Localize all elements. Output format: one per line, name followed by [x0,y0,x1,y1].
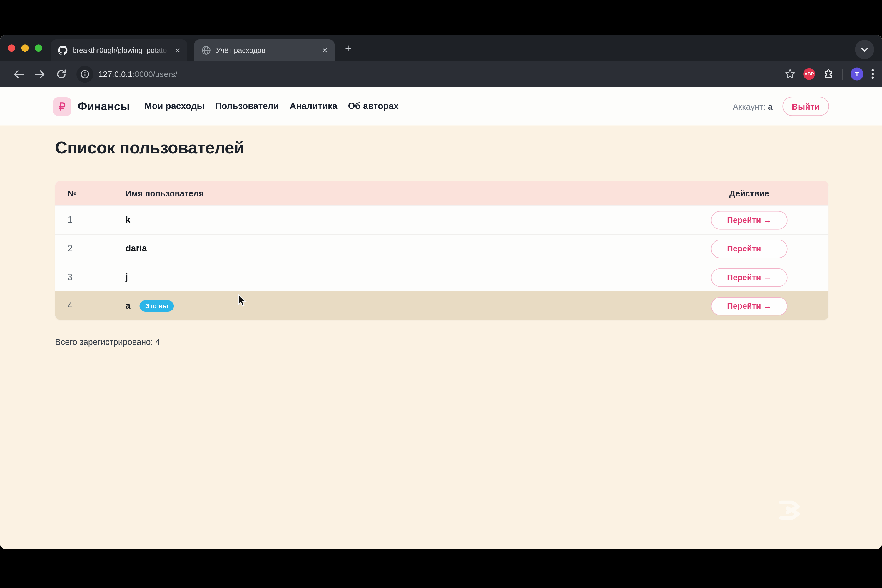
tab-strip: breakthr0ugh/glowing_potato ✕ Учёт расхо… [0,35,882,61]
user-name: daria [126,243,670,254]
page-title: Список пользователей [55,138,829,158]
close-tab-icon[interactable]: ✕ [322,46,328,54]
extensions-puzzle-icon[interactable] [823,68,834,80]
forward-icon[interactable] [29,69,51,79]
go-to-user-button[interactable]: Перейти → [711,211,788,230]
close-tab-icon[interactable]: ✕ [174,46,180,54]
toolbar-right: ABP T [784,68,874,81]
bookmark-star-icon[interactable] [784,69,795,79]
toolbar-divider [842,68,843,80]
new-tab-button[interactable]: + [341,43,355,53]
site-info-icon[interactable] [76,66,93,82]
browser-toolbar: 127.0.0.1:8000/users/ ABP T [0,61,882,87]
user-number: 3 [55,272,126,282]
window-controls [8,44,42,52]
main-nav: Мои расходы Пользователи Аналитика Об ав… [144,101,399,111]
url-path: :8000/users/ [133,69,178,78]
go-to-user-button[interactable]: Перейти → [711,297,788,315]
user-number: 1 [55,215,126,225]
url-host: 127.0.0.1 [99,69,133,78]
ruble-logo-icon[interactable]: ₽ [53,97,72,116]
screen: breakthr0ugh/glowing_potato ✕ Учёт расхо… [0,0,882,588]
url-text[interactable]: 127.0.0.1:8000/users/ [99,69,177,78]
column-header-action: Действие [670,188,829,198]
back-icon[interactable] [8,69,29,79]
user-name-cell: a Это вы [126,300,670,312]
go-to-user-button[interactable]: Перейти → [711,268,788,286]
tab-title: Учёт расходов [216,46,317,54]
table-row: 1 k Перейти → [55,205,829,234]
tab-search-button[interactable] [855,40,874,59]
mouse-cursor [237,294,250,310]
address-bar[interactable]: 127.0.0.1:8000/users/ [76,66,177,82]
column-header-username: Имя пользователя [126,188,670,198]
table-row: 2 daria Перейти → [55,234,829,263]
page-content: Список пользователей № Имя пользователя … [0,126,882,549]
nav-item-analytics[interactable]: Аналитика [290,101,337,111]
github-icon [58,45,68,55]
profile-avatar[interactable]: T [850,68,864,81]
tab-expenses-active[interactable]: Учёт расходов ✕ [194,39,334,61]
close-window-button[interactable] [8,44,15,52]
account-name: a [768,101,772,111]
users-table: № Имя пользователя Действие 1 k Перейти … [55,180,829,320]
nav-item-my-expenses[interactable]: Мои расходы [144,101,204,111]
go-to-user-button[interactable]: Перейти → [711,239,788,258]
header-right: Аккаунт: a Выйти [733,97,829,116]
nav-item-users[interactable]: Пользователи [215,101,279,111]
user-number: 2 [55,243,126,254]
reload-icon[interactable] [51,69,72,79]
logout-button[interactable]: Выйти [782,97,830,116]
user-name: j [126,272,670,282]
table-row-current-user: 4 a Это вы Перейти → [55,291,829,320]
chevron-down-icon [861,47,868,52]
browser-window: breakthr0ugh/glowing_potato ✕ Учёт расхо… [0,35,882,549]
tab-github[interactable]: breakthr0ugh/glowing_potato ✕ [51,39,187,61]
column-header-number: № [55,188,126,198]
site-header: ₽ Финансы Мои расходы Пользователи Анали… [0,87,882,126]
nav-item-authors[interactable]: Об авторах [348,101,399,111]
its-you-badge: Это вы [140,300,174,312]
zoom-window-button[interactable] [35,44,42,52]
globe-icon [201,45,211,55]
account-label: Аккаунт: a [733,101,772,111]
total-registered-text: Всего зарегистрировано: 4 [55,337,829,346]
table-row: 3 j Перейти → [55,262,829,291]
brand-name[interactable]: Финансы [78,100,130,113]
minimize-window-button[interactable] [21,44,29,52]
tab-title: breakthr0ugh/glowing_potato [73,46,170,54]
table-header-row: № Имя пользователя Действие [55,180,829,205]
adblock-extension-icon[interactable]: ABP [803,68,815,80]
user-name: k [126,215,670,225]
user-number: 4 [55,301,126,311]
browser-menu-icon[interactable] [872,69,874,79]
capcut-watermark-icon [776,496,802,526]
user-name: a [126,301,130,311]
